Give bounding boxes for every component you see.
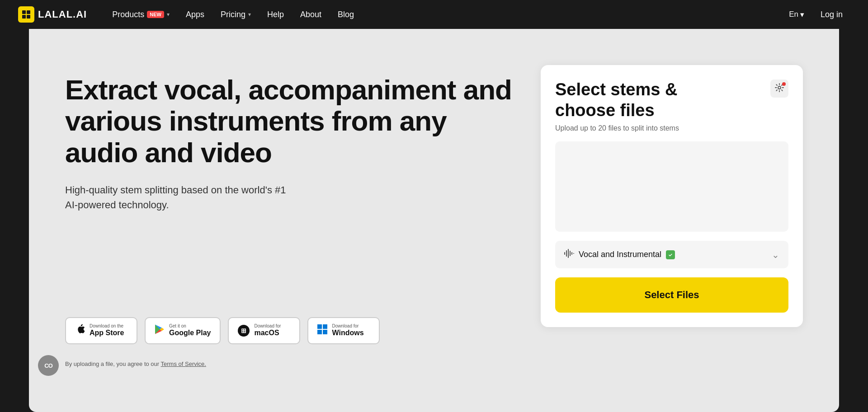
logo-text: LALAL.AI bbox=[38, 9, 87, 20]
svg-rect-0 bbox=[22, 10, 26, 14]
download-buttons: Download on the App Store Get it on Go bbox=[65, 317, 514, 344]
settings-button[interactable] bbox=[770, 80, 788, 98]
login-button[interactable]: Log in bbox=[813, 6, 850, 23]
windows-icon bbox=[317, 324, 327, 337]
language-selector[interactable]: En ▾ bbox=[789, 10, 804, 19]
svg-rect-13 bbox=[571, 252, 572, 255]
appstore-text: Download on the App Store bbox=[90, 324, 124, 338]
googleplay-button[interactable]: Get it on Google Play bbox=[145, 317, 221, 344]
stem-chevron-icon: ⌄ bbox=[772, 249, 779, 260]
stem-selector[interactable]: Vocal and Instrumental ⌄ bbox=[555, 241, 788, 268]
svg-rect-15 bbox=[668, 252, 673, 258]
svg-rect-6 bbox=[317, 330, 322, 334]
svg-rect-4 bbox=[317, 324, 322, 329]
macos-button[interactable]: ⊞ Download for macOS bbox=[228, 317, 300, 344]
tos-link[interactable]: Terms of Service. bbox=[161, 360, 206, 367]
svg-rect-7 bbox=[323, 330, 327, 334]
googleplay-icon bbox=[155, 324, 165, 337]
svg-rect-9 bbox=[564, 252, 565, 255]
stem-waveform-icon bbox=[564, 249, 574, 260]
stem-free-badge bbox=[666, 250, 675, 259]
svg-point-8 bbox=[778, 86, 781, 89]
svg-rect-10 bbox=[566, 250, 567, 257]
logo-icon bbox=[18, 6, 34, 23]
svg-rect-11 bbox=[568, 249, 569, 258]
svg-rect-5 bbox=[323, 324, 327, 329]
gear-icon bbox=[775, 83, 784, 94]
upload-card-header: Select stems &choose files Upload up to … bbox=[555, 80, 788, 132]
nav-right: En ▾ Log in bbox=[789, 6, 850, 23]
upload-card-subtitle: Upload up to 20 files to split into stem… bbox=[555, 124, 679, 132]
svg-rect-12 bbox=[570, 251, 571, 256]
upload-card: Select stems &choose files Upload up to … bbox=[541, 65, 803, 327]
svg-rect-1 bbox=[27, 10, 30, 14]
nav-pricing[interactable]: Pricing ▾ bbox=[213, 6, 258, 23]
windows-button[interactable]: Download for Windows bbox=[307, 317, 380, 344]
appstore-button[interactable]: Download on the App Store bbox=[65, 317, 137, 344]
new-badge: NEW bbox=[147, 11, 164, 18]
upload-card-title: Select stems &choose files bbox=[555, 80, 679, 121]
windows-text: Download for Windows bbox=[332, 324, 363, 338]
hero-subtitle: High-quality stem splitting based on the… bbox=[65, 183, 300, 212]
apple-icon bbox=[75, 323, 85, 338]
select-files-button[interactable]: Select Files bbox=[555, 277, 788, 313]
products-chevron: ▾ bbox=[167, 11, 170, 18]
nav-products[interactable]: Products NEW ▾ bbox=[105, 6, 177, 23]
stem-left: Vocal and Instrumental bbox=[564, 249, 675, 260]
nav-items: Products NEW ▾ Apps Pricing ▾ Help About… bbox=[105, 6, 785, 23]
svg-rect-3 bbox=[27, 15, 30, 19]
right-panel: Select stems &choose files Upload up to … bbox=[541, 65, 803, 327]
upload-area[interactable] bbox=[555, 141, 788, 232]
nav-blog[interactable]: Blog bbox=[330, 6, 361, 23]
svg-rect-2 bbox=[22, 15, 26, 19]
pricing-chevron: ▾ bbox=[248, 11, 251, 18]
macos-text: Download for macOS bbox=[254, 324, 281, 338]
tos-text: By uploading a file, you agree to our Te… bbox=[65, 360, 514, 367]
logo[interactable]: LALAL.AI bbox=[18, 6, 87, 23]
nav-about[interactable]: About bbox=[293, 6, 329, 23]
googleplay-text: Get it on Google Play bbox=[169, 324, 211, 338]
chat-bubble[interactable]: CO bbox=[38, 355, 59, 376]
main-content: Extract vocal, accompaniment and various… bbox=[29, 29, 839, 412]
navbar: LALAL.AI Products NEW ▾ Apps Pricing ▾ H… bbox=[0, 0, 868, 29]
macos-icon: ⊞ bbox=[238, 325, 250, 337]
svg-rect-14 bbox=[573, 253, 574, 254]
nav-apps[interactable]: Apps bbox=[179, 6, 212, 23]
upload-card-title-wrap: Select stems &choose files Upload up to … bbox=[555, 80, 679, 132]
stem-label: Vocal and Instrumental bbox=[579, 250, 661, 259]
lang-chevron: ▾ bbox=[800, 10, 804, 19]
nav-help[interactable]: Help bbox=[260, 6, 291, 23]
hero-title: Extract vocal, accompaniment and various… bbox=[65, 74, 514, 168]
left-section: Extract vocal, accompaniment and various… bbox=[65, 65, 514, 367]
